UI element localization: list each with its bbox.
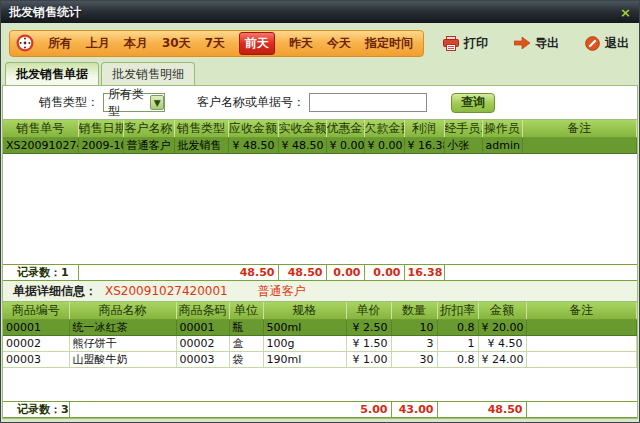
column-header[interactable]: 单价: [346, 302, 391, 320]
orders-table-zone: 销售单号销售日期客户名称销售类型应收金额实收金额优惠金额欠款金额利润经手员工操作…: [3, 119, 637, 264]
table-cell: ¥ 48.50: [278, 138, 326, 154]
table-row[interactable]: 00003山盟酸牛奶00003袋190ml¥ 1.00300.8¥ 24.00: [3, 352, 637, 368]
search-label: 客户名称或单据号：: [197, 94, 305, 111]
range-button-yesterday[interactable]: 昨天: [289, 35, 313, 52]
column-header[interactable]: 单位: [229, 302, 263, 320]
tab-wholesale-orders[interactable]: 批发销售单据: [5, 62, 99, 85]
table-cell: [522, 138, 637, 154]
column-header[interactable]: 销售类型: [174, 120, 228, 138]
window-title: 批发销售统计: [9, 4, 81, 21]
table-cell: ¥ 16.38: [404, 138, 444, 154]
table-cell: 00003: [176, 352, 229, 368]
column-header[interactable]: 金额: [478, 302, 526, 320]
range-button-this-month[interactable]: 本月: [124, 35, 148, 52]
table-cell: ¥ 1.00: [346, 352, 391, 368]
tab-wholesale-details[interactable]: 批发销售明细: [101, 62, 195, 85]
orders-total-received: 48.50: [278, 265, 326, 280]
range-button-7days[interactable]: 7天: [205, 35, 225, 52]
table-cell: [526, 336, 637, 352]
app-window: 批发销售统计 × 所有 上月 本月 30天 7天 前天 昨天 今天 指定时间 打…: [0, 0, 640, 423]
detail-header: 单据详细信息： XS20091027420001 普通客户: [3, 281, 637, 301]
sale-type-label: 销售类型：: [39, 94, 99, 111]
column-header[interactable]: 销售单号: [3, 120, 78, 138]
range-button-all[interactable]: 所有: [48, 35, 72, 52]
table-row[interactable]: XS200910274200012009-10-27普通客户批发销售¥ 48.5…: [3, 138, 637, 154]
items-header-row: 商品编号商品名称商品条码单位规格单价数量折扣率金额备注: [3, 302, 637, 320]
column-header[interactable]: 商品条码: [176, 302, 229, 320]
table-cell: 袋: [229, 352, 263, 368]
range-button-custom-time[interactable]: 指定时间: [365, 35, 413, 52]
table-cell: 盒: [229, 336, 263, 352]
table-cell: 瓶: [229, 320, 263, 336]
column-header[interactable]: 客户名称: [123, 120, 174, 138]
export-button[interactable]: 导出: [514, 35, 559, 52]
column-header[interactable]: 备注: [526, 302, 637, 320]
orders-table: 销售单号销售日期客户名称销售类型应收金额实收金额优惠金额欠款金额利润经手员工操作…: [3, 120, 637, 154]
table-cell: 00002: [3, 336, 69, 352]
table-cell: 10: [391, 320, 437, 336]
table-cell: 1: [437, 336, 478, 352]
search-input[interactable]: [309, 93, 427, 112]
orders-summary-table: 记录数：1 48.50 48.50 0.00 0.00 16.38: [3, 265, 637, 280]
range-button-day-before-yesterday[interactable]: 前天: [239, 32, 275, 55]
orders-total-receivable: 48.50: [228, 265, 278, 280]
exit-button[interactable]: 退出: [585, 35, 629, 52]
column-header[interactable]: 实收金额: [278, 120, 326, 138]
table-cell: [526, 352, 637, 368]
title-bar: 批发销售统计 ×: [1, 1, 639, 23]
column-header[interactable]: 应收金额: [228, 120, 278, 138]
column-header[interactable]: 操作员: [482, 120, 522, 138]
sale-type-dropdown[interactable]: 所有类型 ▼: [103, 93, 165, 112]
items-table-zone: 商品编号商品名称商品条码单位规格单价数量折扣率金额备注 00001统一冰红茶00…: [3, 301, 637, 401]
items-table: 商品编号商品名称商品条码单位规格单价数量折扣率金额备注 00001统一冰红茶00…: [3, 302, 637, 368]
table-cell: 00001: [176, 320, 229, 336]
table-cell: XS20091027420001: [3, 138, 78, 154]
table-cell: ¥ 1.50: [346, 336, 391, 352]
table-cell: [526, 320, 637, 336]
print-button[interactable]: 打印: [443, 35, 488, 52]
table-cell: 00002: [176, 336, 229, 352]
detail-order-number: XS20091027420001: [105, 284, 228, 298]
close-icon[interactable]: ×: [620, 6, 631, 19]
detail-customer-name: 普通客户: [258, 283, 306, 300]
column-header[interactable]: 经手员工: [444, 120, 482, 138]
column-header[interactable]: 折扣率: [437, 302, 478, 320]
range-button-last-month[interactable]: 上月: [86, 35, 110, 52]
table-cell: 批发销售: [174, 138, 228, 154]
export-arrow-icon: [514, 37, 530, 49]
chevron-down-icon[interactable]: ▼: [150, 95, 164, 110]
column-header[interactable]: 销售日期: [78, 120, 123, 138]
column-header[interactable]: 商品名称: [69, 302, 176, 320]
range-button-30days[interactable]: 30天: [162, 35, 191, 52]
toolbar: 所有 上月 本月 30天 7天 前天 昨天 今天 指定时间 打印 导出 退出: [1, 23, 639, 63]
table-cell: 小张: [444, 138, 482, 154]
table-row[interactable]: 00002熊仔饼干00002盒100g¥ 1.5031¥ 4.50: [3, 336, 637, 352]
table-cell: 3: [391, 336, 437, 352]
exit-label: 退出: [605, 35, 629, 52]
table-cell: 统一冰红茶: [69, 320, 176, 336]
print-label: 打印: [464, 35, 488, 52]
table-cell: ¥ 24.00: [478, 352, 526, 368]
query-button[interactable]: 查询: [451, 93, 495, 113]
range-button-today[interactable]: 今天: [327, 35, 351, 52]
orders-total-discount: 0.00: [326, 265, 364, 280]
column-header[interactable]: 备注: [522, 120, 637, 138]
table-cell: 100g: [263, 336, 346, 352]
items-record-count: 记录数：3: [3, 402, 69, 417]
column-header[interactable]: 规格: [263, 302, 346, 320]
column-header[interactable]: 利润: [404, 120, 444, 138]
column-header[interactable]: 数量: [391, 302, 437, 320]
column-header[interactable]: 优惠金额: [326, 120, 364, 138]
table-cell: admin: [482, 138, 522, 154]
table-cell: 00001: [3, 320, 69, 336]
table-cell: 0.8: [437, 352, 478, 368]
date-range-bar: 所有 上月 本月 30天 7天 前天 昨天 今天 指定时间: [9, 30, 424, 57]
column-header[interactable]: 商品编号: [3, 302, 69, 320]
table-row[interactable]: 00001统一冰红茶00001瓶500ml¥ 2.50100.8¥ 20.00: [3, 320, 637, 336]
items-total-qty: 43.00: [391, 402, 437, 417]
column-header[interactable]: 欠款金额: [364, 120, 404, 138]
table-cell: 500ml: [263, 320, 346, 336]
sale-type-value: 所有类型: [108, 86, 150, 120]
printer-icon: [443, 36, 459, 51]
query-bar: 销售类型： 所有类型 ▼ 客户名称或单据号： 查询: [3, 86, 637, 119]
